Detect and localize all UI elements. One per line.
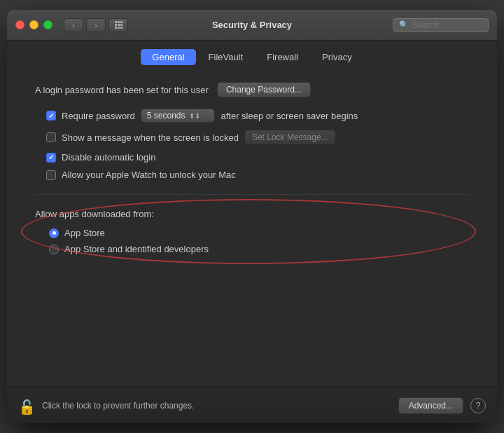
tab-filevault[interactable]: FileVault xyxy=(197,49,255,65)
option-require-password: Require password 5 seconds ⬆⬇ after slee… xyxy=(46,109,469,123)
help-button[interactable]: ? xyxy=(470,398,486,413)
app-store-developers-label: App Store and identified developers xyxy=(64,244,209,254)
radio-app-store-developers: App Store and identified developers xyxy=(49,244,469,254)
require-password-label-after: after sleep or screen saver begins xyxy=(220,111,358,121)
advanced-button[interactable]: Advanced... xyxy=(398,397,463,414)
login-section: A login password has been set for this u… xyxy=(35,82,469,97)
main-window: ‹ › Security & Privacy 🔍 General FileVau… xyxy=(7,10,497,423)
app-store-developers-radio[interactable] xyxy=(49,245,59,254)
radio-app-store: App Store xyxy=(49,228,469,238)
traffic-lights xyxy=(15,20,52,29)
apple-watch-checkbox[interactable] xyxy=(46,170,56,180)
search-icon: 🔍 xyxy=(399,20,409,29)
login-label: A login password has been set for this u… xyxy=(35,85,209,95)
apps-radio-group: App Store App Store and identified devel… xyxy=(49,228,469,254)
tab-firewall[interactable]: Firewall xyxy=(255,49,309,65)
maximize-button[interactable] xyxy=(43,20,52,29)
section-divider xyxy=(35,194,469,195)
dropdown-value: 5 seconds xyxy=(147,111,186,121)
require-password-label-before: Require password xyxy=(62,111,135,121)
app-store-label: App Store xyxy=(64,228,105,238)
change-password-button[interactable]: Change Password... xyxy=(217,82,311,97)
option-show-message: Show a message when the screen is locked… xyxy=(46,130,469,145)
disable-login-checkbox[interactable] xyxy=(46,153,56,163)
back-button[interactable]: ‹ xyxy=(64,18,83,32)
dropdown-arrow-icon: ⬆⬇ xyxy=(189,112,200,120)
set-lock-message-button[interactable]: Set Lock Message... xyxy=(244,130,336,145)
password-timeout-dropdown[interactable]: 5 seconds ⬆⬇ xyxy=(141,109,216,123)
require-password-checkbox[interactable] xyxy=(46,111,56,121)
tab-privacy[interactable]: Privacy xyxy=(311,49,363,65)
window-title: Security & Privacy xyxy=(212,20,292,30)
show-message-checkbox[interactable] xyxy=(46,132,56,142)
bottombar: 🔓 Click the lock to prevent further chan… xyxy=(7,387,497,423)
tab-general[interactable]: General xyxy=(141,49,195,65)
lock-icon[interactable]: 🔓 xyxy=(18,396,35,415)
forward-button[interactable]: › xyxy=(86,18,106,32)
grid-icon xyxy=(115,21,122,29)
option-apple-watch: Allow your Apple Watch to unlock your Ma… xyxy=(46,170,469,180)
disable-login-label: Disable automatic login xyxy=(62,152,155,163)
apps-label: Allow apps downloaded from: xyxy=(35,209,469,219)
lock-text: Click the lock to prevent further change… xyxy=(42,401,391,411)
search-input[interactable] xyxy=(412,20,482,30)
tabbar: General FileVault Firewall Privacy xyxy=(7,41,497,71)
nav-buttons: ‹ › xyxy=(64,18,106,32)
show-message-label: Show a message when the screen is locked xyxy=(62,132,239,143)
apps-section: Allow apps downloaded from: App Store Ap… xyxy=(35,209,469,254)
app-store-radio[interactable] xyxy=(49,228,59,238)
option-disable-login: Disable automatic login xyxy=(46,152,469,163)
options-list: Require password 5 seconds ⬆⬇ after slee… xyxy=(46,109,469,180)
minimize-button[interactable] xyxy=(29,20,38,29)
search-bar[interactable]: 🔍 xyxy=(393,18,489,32)
close-button[interactable] xyxy=(15,20,24,29)
titlebar: ‹ › Security & Privacy 🔍 xyxy=(7,10,497,41)
apple-watch-label: Allow your Apple Watch to unlock your Ma… xyxy=(62,170,236,180)
grid-menu-button[interactable] xyxy=(108,18,128,32)
content-area: A login password has been set for this u… xyxy=(7,71,497,387)
